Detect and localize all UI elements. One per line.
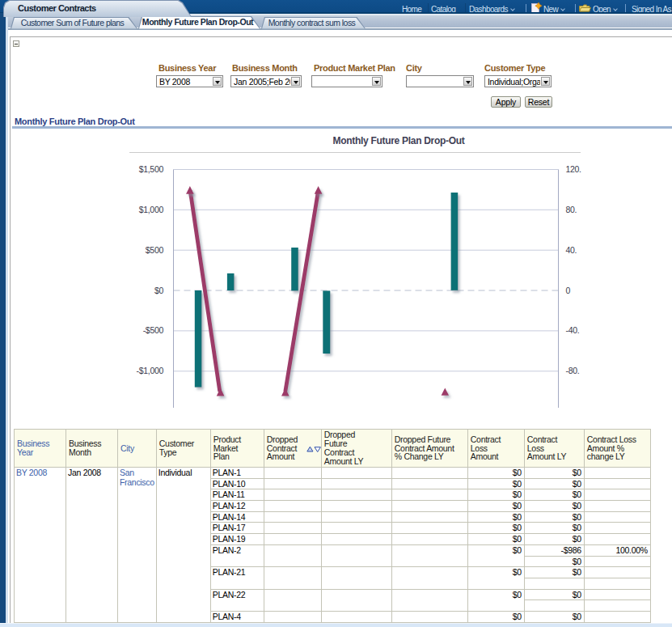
svg-text:80.: 80. bbox=[566, 205, 577, 214]
svg-text:0: 0 bbox=[566, 286, 571, 295]
svg-text:120.: 120. bbox=[566, 164, 581, 174]
svg-text:-40.: -40. bbox=[566, 325, 580, 335]
svg-text:$1,000: $1,000 bbox=[139, 205, 164, 214]
svg-text:$0: $0 bbox=[154, 286, 164, 295]
svg-text:-$1,000: -$1,000 bbox=[136, 366, 163, 375]
svg-text:$500: $500 bbox=[146, 245, 164, 255]
svg-text:$1,500: $1,500 bbox=[139, 164, 164, 174]
svg-text:-80.: -80. bbox=[566, 366, 580, 375]
svg-text:40.: 40. bbox=[566, 245, 577, 255]
svg-text:-$500: -$500 bbox=[143, 325, 164, 335]
